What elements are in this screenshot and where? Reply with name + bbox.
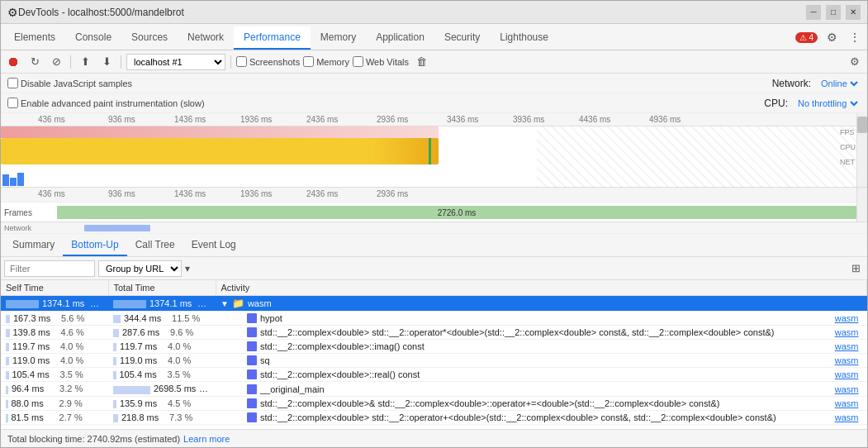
frames-scrollbar[interactable] (856, 188, 867, 222)
activity-text: std::__2::complex<double>::imag() const (260, 341, 832, 351)
table-row[interactable]: 1374.1 ms 45.7 %1374.1 ms 45.7 %▼📁wasm (1, 296, 867, 312)
cell-activity: ▶std::__2::complex<double>& std::__2::co… (216, 396, 867, 410)
reload-record-button[interactable]: ↻ (26, 53, 44, 71)
wasm-link[interactable]: wasm (835, 384, 862, 394)
record-button[interactable]: ⏺ (4, 53, 22, 71)
error-badge: ⚠ 4 (795, 32, 818, 43)
memory-checkbox[interactable] (303, 56, 314, 67)
upload-button[interactable]: ⬆ (76, 53, 94, 71)
network-row: Network (1, 222, 867, 234)
cell-activity: ▶std::__2::complex<double> std::__2::ope… (216, 326, 867, 340)
table-row[interactable]: 96.4 ms 3.2 %2698.5 ms 89.7 %▶__original… (1, 382, 867, 396)
activity-text: std::__2::complex<double>& std::__2::com… (260, 398, 832, 408)
table-row[interactable]: 119.7 ms 4.0 %119.7 ms 4.0 %▶std::__2::c… (1, 340, 867, 354)
cell-self-time: 1374.1 ms 45.7 % (1, 296, 108, 312)
activity-text: sq (260, 355, 832, 365)
table-row[interactable]: 81.5 ms 2.7 %218.8 ms 7.3 %▶std::__2::co… (1, 410, 867, 424)
mini-bar-1 (2, 174, 9, 186)
wasm-link[interactable]: wasm (835, 355, 862, 365)
tab-bottom-up[interactable]: Bottom-Up (63, 235, 126, 256)
memory-checkbox-label[interactable]: Memory (303, 56, 349, 67)
tick-4436: 4436 ms (579, 115, 610, 124)
enable-paint-checkbox[interactable] (7, 98, 18, 108)
cell-activity: ▼📁wasm (216, 296, 867, 312)
tab-application[interactable]: Application (366, 26, 434, 50)
table-row[interactable]: 119.0 ms 4.0 %119.0 ms 4.0 %▶sqwasm (1, 354, 867, 368)
timeline-scrollbar[interactable] (856, 113, 867, 187)
tab-summary[interactable]: Summary (4, 235, 63, 256)
wasm-link[interactable]: wasm (835, 412, 862, 422)
tab-memory[interactable]: Memory (311, 26, 366, 50)
tick-2936: 2936 ms (377, 115, 408, 124)
mini-bar-3 (17, 173, 24, 186)
activity-text: wasm (248, 298, 862, 308)
ruler2-tick5: 2436 ms (306, 189, 338, 198)
url-select[interactable]: localhost #1 (126, 54, 225, 70)
learn-more-link[interactable]: Learn more (183, 434, 230, 444)
frames-bar: 2726.0 ms (57, 206, 856, 219)
tab-performance[interactable]: Performance (234, 26, 311, 50)
scrollbar-thumb[interactable] (857, 117, 867, 133)
item-icon (247, 384, 257, 394)
activity-text: std::__2::complex<double> std::__2::oper… (260, 412, 832, 422)
filter-input[interactable] (4, 260, 95, 277)
col-header-self-time[interactable]: Self Time (1, 280, 108, 296)
maximize-button[interactable]: □ (826, 5, 841, 20)
tick-436: 436 ms (38, 115, 65, 124)
web-vitals-checkbox[interactable] (353, 56, 363, 67)
sidebar-toggle-button[interactable]: ⊞ (847, 260, 864, 277)
group-by-select[interactable]: Group by URL (98, 260, 182, 277)
ruler2-tick4: 1936 ms (240, 189, 272, 198)
frames-row: Frames 2726.0 ms (1, 203, 867, 222)
web-vitals-checkbox-label[interactable]: Web Vitals (353, 56, 409, 67)
cell-activity: ▶__original_mainwasm (216, 382, 867, 396)
disable-js-label[interactable]: Disable JavaScript samples (7, 78, 132, 88)
ruler2: 436 ms 936 ms 1436 ms 1936 ms 2436 ms 29… (1, 188, 867, 203)
wasm-link[interactable]: wasm (835, 341, 862, 351)
network-select[interactable]: Online (818, 78, 861, 89)
close-button[interactable]: ✕ (846, 5, 861, 20)
wasm-link[interactable]: wasm (835, 398, 862, 408)
wasm-link[interactable]: wasm (835, 313, 862, 323)
minimize-button[interactable]: ─ (806, 5, 821, 20)
table-row[interactable]: 105.4 ms 3.5 %105.4 ms 3.5 %▶std::__2::c… (1, 368, 867, 382)
cell-total-time: 135.9 ms 4.5 % (108, 396, 216, 410)
disable-js-checkbox[interactable] (7, 78, 18, 88)
group-by-arrow[interactable]: ▾ (185, 263, 190, 274)
window-title: DevTools - localhost:5000/mandelbrot (18, 7, 806, 18)
separator-3 (230, 55, 231, 69)
wasm-link[interactable]: wasm (835, 327, 862, 337)
tick-2436: 2436 ms (306, 115, 338, 124)
col-header-total-time[interactable]: Total Time (108, 280, 216, 296)
tab-event-log[interactable]: Event Log (183, 235, 244, 256)
expand-arrow[interactable]: ▼ (221, 299, 229, 308)
table-row[interactable]: 139.8 ms 4.6 %287.6 ms 9.6 %▶std::__2::c… (1, 326, 867, 340)
window-controls: ─ □ ✕ (806, 5, 861, 20)
enable-paint-label[interactable]: Enable advanced paint instrumentation (s… (7, 98, 205, 108)
tab-console[interactable]: Console (65, 26, 121, 50)
tab-elements[interactable]: Elements (4, 26, 65, 50)
table-row[interactable]: 88.0 ms 2.9 %135.9 ms 4.5 %▶std::__2::co… (1, 396, 867, 410)
timeline-ruler: 436 ms 936 ms 1436 ms 1936 ms 2436 ms 29… (1, 113, 867, 126)
download-button[interactable]: ⬇ (97, 53, 116, 71)
tab-security[interactable]: Security (434, 26, 490, 50)
tab-network[interactable]: Network (178, 26, 234, 50)
activity-text: std::__2::complex<double> std::__2::oper… (260, 327, 832, 337)
tab-lighthouse[interactable]: Lighthouse (490, 26, 558, 50)
clear-button[interactable]: ⊘ (47, 53, 65, 71)
settings-button[interactable]: ⚙ (823, 28, 841, 46)
cpu-select[interactable]: No throttling (794, 98, 861, 109)
tab-sources[interactable]: Sources (121, 26, 178, 50)
tab-call-tree[interactable]: Call Tree (127, 235, 183, 256)
capture-settings-button[interactable]: ⚙ (846, 53, 864, 71)
more-button[interactable]: ⋮ (846, 28, 864, 46)
trash-button[interactable]: 🗑 (412, 53, 430, 71)
table-row[interactable]: 167.3 ms 5.6 %344.4 ms 11.5 %▶hypotwasm (1, 312, 867, 326)
wasm-link[interactable]: wasm (835, 369, 862, 379)
screenshots-checkbox[interactable] (236, 56, 247, 67)
network-track-label: Network (4, 224, 31, 232)
timeline-tracks: FPS CPU NET (1, 126, 867, 188)
screenshots-checkbox-label[interactable]: Screenshots (236, 56, 300, 67)
data-table-wrapper[interactable]: Self Time Total Time Activity 1374.1 ms … (1, 280, 867, 429)
tick-3936: 3936 ms (513, 115, 544, 124)
